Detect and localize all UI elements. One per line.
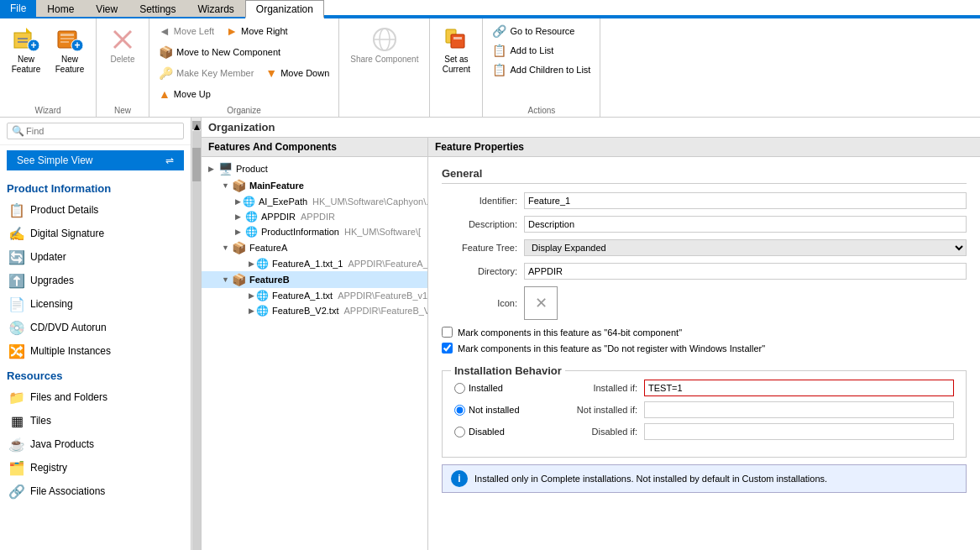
64bit-checkbox[interactable] xyxy=(442,327,453,338)
svg-rect-19 xyxy=(453,37,462,39)
share-component-button[interactable]: Share Component xyxy=(344,22,424,69)
icon-box[interactable]: ✕ xyxy=(524,286,558,320)
feature-a-txt-text: FeatureA_1.txt xyxy=(272,291,333,301)
make-key-member-button[interactable]: 🔑 Make Key Member xyxy=(155,64,258,82)
new-feature-button[interactable]: + New Feature xyxy=(5,22,47,79)
tab-organization[interactable]: Organization xyxy=(245,0,324,18)
disabled-radio[interactable] xyxy=(454,427,465,437)
registry-label: Registry xyxy=(30,462,67,474)
no-register-checkbox[interactable] xyxy=(442,343,453,354)
tree-item-main-feature[interactable]: ▼ 📦 MainFeature xyxy=(202,177,427,194)
product-icon: 🖥️ xyxy=(218,162,233,175)
ribbon-group-share: Share Component xyxy=(339,18,430,117)
product-details-label: Product Details xyxy=(30,204,98,216)
tree-item-feature-a-txt1[interactable]: ▶ 🌐 FeatureA_1.txt_1 APPDIR\FeatureA_1.t… xyxy=(202,256,427,271)
move-down-button[interactable]: ▼ Move Down xyxy=(261,64,333,82)
sidebar-item-licensing[interactable]: 📄 Licensing xyxy=(0,292,191,316)
sidebar-item-file-associations[interactable]: 🔗 File Associations xyxy=(0,479,191,503)
move-right-label: Move Right xyxy=(241,26,288,36)
feature-b-v2-text: FeatureB_V2.txt xyxy=(272,306,339,316)
feature-a-txt1-text: FeatureA_1.txt_1 xyxy=(272,259,343,269)
sidebar-item-product-details[interactable]: 📋 Product Details xyxy=(0,198,191,222)
main-layout: 🔍 See Simple View ⇌ Product Information … xyxy=(0,118,980,550)
props-pane: Feature Properties General Identifier: D… xyxy=(428,138,980,550)
installed-if-input[interactable] xyxy=(644,380,954,396)
search-input[interactable] xyxy=(7,123,184,139)
move-right-button[interactable]: ► Move Right xyxy=(222,22,292,40)
delete-button[interactable]: Delete xyxy=(102,22,144,69)
make-key-member-icon: 🔑 xyxy=(159,66,173,80)
disabled-if-input[interactable] xyxy=(644,423,954,440)
not-installed-radio[interactable] xyxy=(454,405,465,416)
feature-a-icon: 📦 xyxy=(232,241,246,254)
files-folders-label: Files and Folders xyxy=(30,391,107,403)
move-left-button[interactable]: ◄ Move Left xyxy=(155,22,218,40)
make-key-member-label: Make Key Member xyxy=(176,68,254,78)
simple-view-icon: ⇌ xyxy=(165,155,174,166)
64bit-label: Mark components in this feature as "64-b… xyxy=(458,327,682,338)
simple-view-button[interactable]: See Simple View ⇌ xyxy=(7,150,184,170)
sidebar-item-digital-signature[interactable]: ✍️ Digital Signature xyxy=(0,222,191,245)
product-info-arrow: ▶ xyxy=(235,228,244,236)
tree-item-product-info[interactable]: ▶ 🌐 ProductInformation HK_UM\Software\[ xyxy=(202,224,427,239)
go-to-resource-button[interactable]: 🔗 Go to Resource xyxy=(488,22,595,40)
ai-exe-arrow: ▶ xyxy=(235,197,241,206)
not-installed-if-input[interactable] xyxy=(644,401,954,418)
tree-body[interactable]: ▶ 🖥️ Product ▼ 📦 MainFeature ▶ 🌐 AI xyxy=(202,157,427,550)
sidebar-item-updater[interactable]: 🔄 Updater xyxy=(0,245,191,269)
sidebar-item-upgrades[interactable]: ⬆️ Upgrades xyxy=(0,269,191,292)
general-title: General xyxy=(442,167,967,184)
new-component-button[interactable]: + New Feature xyxy=(49,22,91,79)
directory-input[interactable] xyxy=(524,263,967,280)
set-as-current-label: Set as Current xyxy=(443,55,470,75)
installed-radio[interactable] xyxy=(454,383,465,394)
product-info-sub: HK_UM\Software\[ xyxy=(344,227,421,237)
add-children-button[interactable]: 📋 Add Children to List xyxy=(488,60,595,79)
sidebar-item-cddvd[interactable]: 💿 CD/DVD Autorun xyxy=(0,316,191,339)
move-up-label: Move Up xyxy=(174,89,211,99)
cddvd-label: CD/DVD Autorun xyxy=(30,322,107,333)
sidebar-item-java-products[interactable]: ☕ Java Products xyxy=(0,432,191,456)
add-to-list-button[interactable]: 📋 Add to List xyxy=(488,41,595,60)
cddvd-icon: 💿 xyxy=(8,319,25,336)
product-info-text: ProductInformation xyxy=(261,227,339,237)
tab-view[interactable]: View xyxy=(85,0,128,17)
installed-text: Installed xyxy=(469,383,503,393)
tree-item-feature-a-txt[interactable]: ▶ 🌐 FeatureA_1.txt APPDIR\FeatureB_v1.tx… xyxy=(202,288,427,303)
tree-header: Features And Components xyxy=(202,138,427,157)
move-new-component-icon: 📦 xyxy=(159,45,173,59)
tab-wizards[interactable]: Wizards xyxy=(187,0,245,17)
disabled-row: Disabled Disabled if: xyxy=(454,423,954,440)
tab-home[interactable]: Home xyxy=(36,0,85,17)
sidebar-item-files-folders[interactable]: 📁 Files and Folders xyxy=(0,385,191,409)
description-input[interactable] xyxy=(524,216,967,233)
identifier-input[interactable] xyxy=(524,192,967,209)
registry-icon: 🗂️ xyxy=(8,459,25,476)
tree-item-feature-a[interactable]: ▼ 📦 FeatureA xyxy=(202,239,427,256)
go-to-resource-label: Go to Resource xyxy=(510,26,574,36)
install-behavior-section: Installation Behavior Installed Installe… xyxy=(442,370,967,458)
installed-radio-label: Installed xyxy=(454,383,555,394)
content-area: Organization Features And Components ▶ 🖥… xyxy=(202,118,980,550)
move-new-component-button[interactable]: 📦 Move to New Component xyxy=(155,43,285,61)
not-installed-row: Not installed Not installed if: xyxy=(454,401,954,418)
sidebar-item-registry[interactable]: 🗂️ Registry xyxy=(0,456,191,479)
feature-b-v2-sub: APPDIR\FeatureB_V2.tx xyxy=(344,306,428,316)
sidebar-item-tiles[interactable]: ▦ Tiles xyxy=(0,409,191,432)
move-up-button[interactable]: ▲ Move Up xyxy=(155,85,215,103)
tree-item-appdir[interactable]: ▶ 🌐 APPDIR APPDIR xyxy=(202,209,427,224)
tree-item-product[interactable]: ▶ 🖥️ Product xyxy=(202,160,427,177)
tree-item-feature-b[interactable]: ▼ 📦 FeatureB xyxy=(202,271,427,288)
tree-item-feature-b-v2[interactable]: ▶ 🌐 FeatureB_V2.txt APPDIR\FeatureB_V2.t… xyxy=(202,303,427,318)
tab-settings[interactable]: Settings xyxy=(128,0,186,17)
go-to-resource-icon: 🔗 xyxy=(492,24,506,38)
set-as-current-button[interactable]: Set as Current xyxy=(435,22,477,79)
updater-label: Updater xyxy=(30,251,66,263)
resources-title: Resources xyxy=(0,363,191,385)
tab-file[interactable]: File xyxy=(0,0,36,17)
feature-tree-select[interactable]: Display Expanded xyxy=(524,239,967,256)
scroll-thumb[interactable] xyxy=(192,148,201,181)
tree-item-ai-exe[interactable]: ▶ 🌐 AI_ExePath HK_UM\Software\Caphyon\. xyxy=(202,194,427,209)
sidebar-item-multiple-instances[interactable]: 🔀 Multiple Instances xyxy=(0,339,191,363)
scroll-up-button[interactable]: ▲ xyxy=(192,121,201,129)
